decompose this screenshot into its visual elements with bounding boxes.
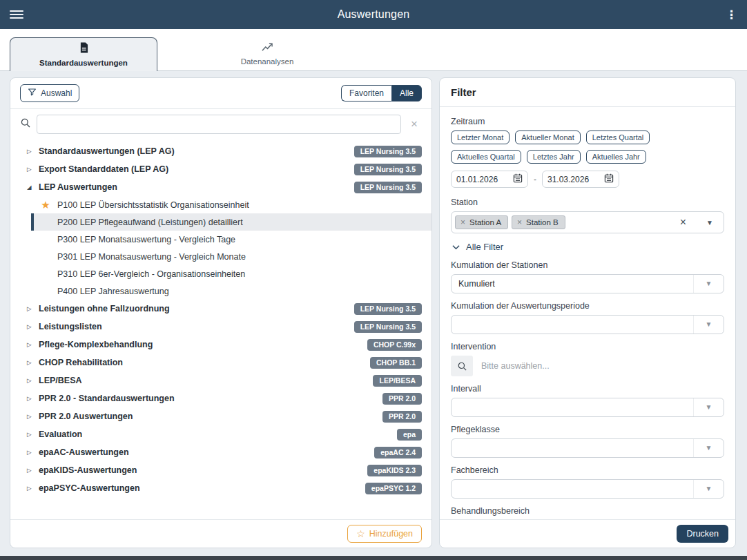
filter-select[interactable]: ▼: [451, 438, 724, 458]
date-to-value: 31.03.2026: [547, 175, 600, 184]
station-chip[interactable]: ×Station A: [455, 215, 508, 229]
collapsed-arrow-icon[interactable]: ▷: [27, 413, 39, 420]
content-area: Auswahl Favoriten Alle × ▷Standardauswer…: [0, 72, 747, 560]
overflow-menu-icon[interactable]: ⋮: [726, 9, 737, 21]
filter-select[interactable]: ▼: [451, 398, 724, 417]
hinzufuegen-button[interactable]: ☆ Hinzufügen: [347, 525, 422, 543]
auswahl-button[interactable]: Auswahl: [20, 84, 79, 102]
tree-child-item[interactable]: P200 LEP Pflegeaufwand (Leistungen) deta…: [31, 213, 431, 231]
filter-select[interactable]: ▼: [451, 315, 724, 334]
collapsed-arrow-icon[interactable]: ▷: [27, 341, 39, 348]
report-search-row: ×: [10, 109, 431, 138]
calendar-icon[interactable]: [604, 173, 614, 186]
favoriten-segment[interactable]: Favoriten: [341, 85, 391, 102]
clear-station-icon[interactable]: ×: [670, 216, 696, 229]
station-chip[interactable]: ×Station B: [512, 215, 565, 229]
tree-child-item[interactable]: ★P100 LEP Übersichtsstatistik Organisati…: [31, 196, 431, 213]
remove-chip-icon[interactable]: ×: [517, 218, 522, 227]
alle-filter-toggle[interactable]: Alle Filter: [452, 242, 724, 252]
tree-child-item[interactable]: P301 LEP Monatsauswertung - Vergleich Mo…: [31, 248, 431, 265]
tree-child-item[interactable]: P400 LEP Jahresauswertung: [31, 282, 431, 300]
tree-item[interactable]: ▷epaPSYC-AuswertungenepaPSYC 1.2: [10, 479, 431, 497]
zeitraum-preset-button[interactable]: Aktuelles Quartal: [451, 150, 521, 164]
filter-search-field[interactable]: [451, 356, 724, 376]
hinzufuegen-button-label: Hinzufügen: [369, 529, 413, 539]
calendar-icon[interactable]: [513, 173, 523, 186]
collapsed-arrow-icon[interactable]: ▷: [27, 467, 39, 474]
tree-item-label: epaPSYC-Auswertungen: [39, 483, 140, 493]
chevron-down-icon[interactable]: ▼: [696, 219, 724, 226]
date-from-input[interactable]: 01.01.2026: [451, 171, 528, 188]
tree-item[interactable]: ▷Standardauswertungen (LEP AG)LEP Nursin…: [10, 142, 431, 160]
chevron-down-icon[interactable]: ▼: [693, 316, 724, 334]
search-icon: [20, 117, 31, 131]
report-search-input[interactable]: [37, 115, 401, 134]
filter-icon: [28, 88, 37, 99]
zeitraum-preset-button[interactable]: Aktuelles Jahr: [586, 150, 646, 164]
collapsed-arrow-icon[interactable]: ▷: [27, 323, 39, 330]
chevron-down-icon[interactable]: ▼: [693, 398, 724, 416]
tree-item[interactable]: ▷PPR 2.0 - StandardauswertungenPPR 2.0: [10, 389, 431, 407]
zeitraum-preset-button[interactable]: Letztes Jahr: [527, 150, 581, 164]
date-range-separator: -: [534, 175, 536, 184]
filter-select-value: Kumuliert: [452, 279, 693, 289]
zeitraum-preset-button[interactable]: Letzter Monat: [451, 131, 510, 144]
reports-toolbar: Auswahl Favoriten Alle: [10, 78, 431, 109]
tree-item[interactable]: ▷PPR 2.0 AuswertungenPPR 2.0: [10, 407, 431, 425]
filter-select[interactable]: Kumuliert▼: [451, 274, 724, 293]
tree-item-label: PPR 2.0 - Standardauswertungen: [39, 394, 175, 403]
chevron-down-icon[interactable]: ▼: [693, 439, 724, 457]
tab-standardauswertungen[interactable]: Standardauswertungen: [10, 37, 157, 71]
search-icon[interactable]: [451, 356, 473, 376]
menu-icon[interactable]: [10, 10, 23, 19]
method-badge: LEP Nursing 3.5: [354, 321, 422, 333]
remove-chip-icon[interactable]: ×: [460, 218, 465, 227]
date-to-input[interactable]: 31.03.2026: [542, 171, 619, 188]
tree-item[interactable]: ▷Export Standarddaten (LEP AG)LEP Nursin…: [10, 160, 431, 178]
method-badge: LEP Nursing 3.5: [354, 182, 422, 193]
alle-filter-label: Alle Filter: [466, 242, 503, 252]
expanded-arrow-icon[interactable]: ◢: [27, 184, 39, 191]
zeitraum-preset-button[interactable]: Letztes Quartal: [586, 131, 650, 144]
filter-search-input[interactable]: [473, 361, 724, 371]
collapsed-arrow-icon[interactable]: ▷: [27, 359, 39, 366]
drucken-button[interactable]: Drucken: [677, 525, 728, 543]
tree-item[interactable]: ▷Evaluationepa: [10, 425, 431, 443]
tree-item-label: CHOP Rehabilitation: [39, 358, 123, 367]
chevron-down-icon[interactable]: ▼: [693, 480, 724, 498]
filter-field-group: Behandlungsbereich▼: [451, 506, 724, 519]
alle-segment[interactable]: Alle: [391, 85, 422, 102]
favorite-star-icon[interactable]: ★: [34, 199, 57, 211]
zeitraum-buttons: Letzter MonatAktueller MonatLetztes Quar…: [451, 131, 724, 164]
collapsed-arrow-icon[interactable]: ▷: [27, 305, 39, 312]
collapsed-arrow-icon[interactable]: ▷: [27, 148, 39, 155]
tree-item[interactable]: ▷epaKIDS-AuswertungenepaKIDS 2.3: [10, 461, 431, 479]
chevron-down-icon[interactable]: ▼: [693, 275, 724, 293]
tree-item[interactable]: ▷epaAC-AuswertungenepaAC 2.4: [10, 443, 431, 461]
tree-item[interactable]: ▷Pflege-KomplexbehandlungCHOP C.99x: [10, 336, 431, 354]
tree-child-label: P300 LEP Monatsauswertung - Vergleich Ta…: [57, 235, 235, 244]
tree-item[interactable]: ▷Leistungen ohne FallzuordnungLEP Nursin…: [10, 300, 431, 318]
filter-field-group: Intervention: [451, 342, 724, 376]
station-label: Station: [451, 197, 724, 207]
method-badge: epaPSYC 1.2: [365, 483, 422, 494]
collapsed-arrow-icon[interactable]: ▷: [27, 395, 39, 402]
tree-item[interactable]: ▷CHOP RehabilitationCHOP BB.1: [10, 354, 431, 371]
filter-field-group: Intervall▼: [451, 384, 724, 417]
station-multiselect[interactable]: ×Station A×Station B × ▼: [451, 211, 724, 233]
clear-search-icon[interactable]: ×: [407, 117, 422, 131]
tab-datenanalysen[interactable]: Datenanalysen: [174, 37, 360, 70]
collapsed-arrow-icon[interactable]: ▷: [27, 449, 39, 456]
filter-field-label: Intervention: [451, 342, 724, 351]
zeitraum-preset-button[interactable]: Aktueller Monat: [515, 131, 580, 144]
collapsed-arrow-icon[interactable]: ▷: [27, 377, 39, 384]
tree-item[interactable]: ◢LEP AuswertungenLEP Nursing 3.5: [10, 178, 431, 196]
tree-item[interactable]: ▷LeistungslistenLEP Nursing 3.5: [10, 318, 431, 336]
tree-item[interactable]: ▷LEP/BESALEP/BESA: [10, 371, 431, 389]
collapsed-arrow-icon[interactable]: ▷: [27, 166, 39, 173]
collapsed-arrow-icon[interactable]: ▷: [27, 431, 39, 438]
collapsed-arrow-icon[interactable]: ▷: [27, 485, 39, 492]
filter-select[interactable]: ▼: [451, 479, 724, 499]
tree-child-item[interactable]: P300 LEP Monatsauswertung - Vergleich Ta…: [31, 231, 431, 248]
tree-child-item[interactable]: P310 LEP 6er-Vergleich - Organisationsei…: [31, 265, 431, 282]
